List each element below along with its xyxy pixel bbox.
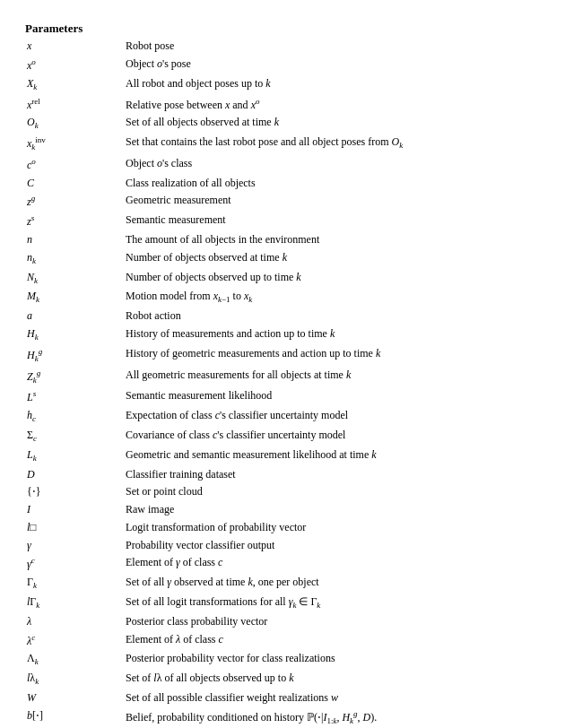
table-row: LsSemantic measurement likelihood — [25, 387, 549, 407]
symbol-cell: nk — [25, 249, 124, 269]
description-cell: Geometric and semantic measurement likel… — [124, 446, 549, 466]
symbol-cell: λ — [25, 613, 124, 631]
description-cell: Probability vector classifier output — [124, 536, 549, 554]
description-cell: Robot action — [124, 308, 549, 325]
symbol-cell: Zkg — [25, 366, 124, 387]
symbol-cell: zg — [25, 192, 124, 212]
table-row: xkinvSet that contains the last robot po… — [25, 134, 549, 155]
symbol-cell: γ — [25, 536, 124, 554]
symbol-cell: Γk — [25, 574, 124, 594]
description-cell: Raw image — [124, 501, 549, 519]
parameters-table: xRobot posexoObject o's poseXkAll robot … — [25, 38, 549, 728]
symbol-cell: l□ — [25, 519, 124, 537]
table-row: aRobot action — [25, 308, 549, 325]
table-row: λcElement of λ of class c — [25, 630, 549, 650]
table-row: lλkSet of lλ of all objects observed up … — [25, 670, 549, 689]
symbol-cell: Nk — [25, 268, 124, 288]
table-row: coObject o's class — [25, 155, 549, 175]
description-cell: Robot pose — [124, 38, 549, 56]
symbol-cell: Σc — [25, 427, 124, 446]
description-cell: Classifier training dataset — [124, 465, 549, 483]
symbol-cell: {⋅} — [25, 483, 124, 501]
table-row: γProbability vector classifier output — [25, 536, 549, 554]
symbol-cell: co — [25, 155, 124, 175]
parameters-section: Parameters xRobot posexoObject o's poseX… — [25, 22, 549, 728]
description-cell: Semantic measurement likelihood — [124, 387, 549, 407]
table-row: ZkgAll geometric measurements for all ob… — [25, 366, 549, 387]
table-row: MkMotion model from xk−1 to xk — [25, 288, 549, 308]
description-cell: Object o's pose — [124, 56, 549, 75]
description-cell: Motion model from xk−1 to xk — [124, 288, 549, 308]
symbol-cell: n — [25, 231, 124, 249]
table-row: nkNumber of objects observed at time k — [25, 249, 549, 269]
description-cell: Covariance of class c's classifier uncer… — [124, 427, 549, 446]
symbol-cell: Ok — [25, 114, 124, 134]
parameters-header: Parameters — [25, 22, 549, 36]
table-row: WSet of all possible classifier weight r… — [25, 689, 549, 707]
description-cell: Number of objects observed at time k — [124, 249, 549, 269]
table-row: ΣcCovariance of class c's classifier unc… — [25, 427, 549, 446]
symbol-cell: hc — [25, 407, 124, 427]
description-cell: Set of all γ observed at time k, one per… — [124, 574, 549, 594]
symbol-cell: C — [25, 175, 124, 193]
symbol-cell: W — [25, 689, 124, 707]
symbol-cell: lλk — [25, 670, 124, 689]
description-cell: Object o's class — [124, 155, 549, 175]
symbol-cell: xrel — [25, 94, 124, 114]
description-cell: Set of all objects observed at time k — [124, 114, 549, 134]
description-cell: Set of lλ of all objects observed up to … — [124, 670, 549, 689]
table-row: hcExpectation of class c's classifier un… — [25, 407, 549, 427]
description-cell: Class realization of all objects — [124, 175, 549, 193]
table-row: lΓkSet of all logit transformations for … — [25, 594, 549, 613]
table-row: HkgHistory of geometric measurements and… — [25, 345, 549, 367]
table-row: CClass realization of all objects — [25, 175, 549, 193]
symbol-cell: Hkg — [25, 345, 124, 367]
description-cell: Logit transformation of probability vect… — [124, 519, 549, 537]
description-cell: Belief, probability conditioned on histo… — [124, 707, 549, 728]
table-row: ΛkPosterior probability vector for class… — [25, 650, 549, 670]
description-cell: The amount of all objects in the environ… — [124, 231, 549, 249]
symbol-cell: a — [25, 308, 124, 325]
description-cell: Number of objects observed up to time k — [124, 268, 549, 288]
symbol-cell: Λk — [25, 650, 124, 670]
symbol-cell: zs — [25, 212, 124, 231]
table-row: XkAll robot and object poses up to k — [25, 75, 549, 95]
description-cell: Set that contains the last robot pose an… — [124, 134, 549, 155]
table-row: NkNumber of objects observed up to time … — [25, 268, 549, 288]
symbol-cell: Ls — [25, 387, 124, 407]
table-row: OkSet of all objects observed at time k — [25, 114, 549, 134]
description-cell: Posterior probability vector for class r… — [124, 650, 549, 670]
description-cell: Semantic measurement — [124, 212, 549, 231]
symbol-cell: b[⋅] — [25, 707, 124, 728]
symbol-cell: I — [25, 501, 124, 519]
table-row: zgGeometric measurement — [25, 192, 549, 212]
table-row: xRobot pose — [25, 38, 549, 56]
table-row: l□Logit transformation of probability ve… — [25, 519, 549, 537]
table-row: nThe amount of all objects in the enviro… — [25, 231, 549, 249]
table-row: {⋅}Set or point cloud — [25, 483, 549, 501]
description-cell: History of measurements and action up to… — [124, 325, 549, 345]
symbol-cell: Mk — [25, 288, 124, 308]
table-row: DClassifier training dataset — [25, 465, 549, 483]
description-cell: Posterior class probability vector — [124, 613, 549, 631]
table-row: zsSemantic measurement — [25, 212, 549, 231]
table-row: λPosterior class probability vector — [25, 613, 549, 631]
table-row: HkHistory of measurements and action up … — [25, 325, 549, 345]
description-cell: Geometric measurement — [124, 192, 549, 212]
symbol-cell: Lk — [25, 446, 124, 466]
table-row: γcElement of γ of class c — [25, 554, 549, 574]
symbol-cell: lΓk — [25, 594, 124, 613]
table-row: xrelRelative pose between x and xo — [25, 94, 549, 114]
symbol-cell: λc — [25, 630, 124, 650]
description-cell: Element of λ of class c — [124, 630, 549, 650]
description-cell: Relative pose between x and xo — [124, 94, 549, 114]
symbol-cell: Hk — [25, 325, 124, 345]
symbol-cell: Xk — [25, 75, 124, 95]
description-cell: Set of all possible classifier weight re… — [124, 689, 549, 707]
table-row: IRaw image — [25, 501, 549, 519]
symbol-cell: xo — [25, 56, 124, 75]
description-cell: All robot and object poses up to k — [124, 75, 549, 95]
table-row: b[⋅]Belief, probability conditioned on h… — [25, 707, 549, 728]
description-cell: Set or point cloud — [124, 483, 549, 501]
description-cell: History of geometric measurements and ac… — [124, 345, 549, 367]
